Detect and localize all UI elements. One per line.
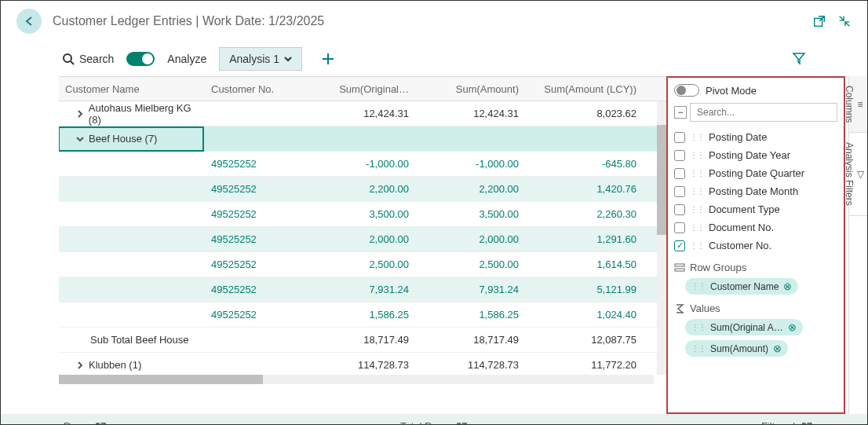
drag-handle-icon[interactable]: ⋮⋮ [690,133,704,141]
cell-lcy: 1,420.76 [527,183,652,195]
drag-handle-icon[interactable]: ⋮⋮ [690,223,704,232]
grid-header: Customer Name Customer No. Sum(Original…… [59,76,666,101]
chevron-right-icon[interactable] [76,110,84,118]
col-header-name[interactable]: Customer Name [59,83,205,95]
tab-label: Analysis 1 [229,53,279,65]
cell-orig: 2,500.00 [307,258,417,270]
analysis-tab[interactable]: Analysis 1 [219,47,302,71]
drag-handle-icon[interactable]: ⋮⋮ [690,169,704,178]
cell-lcy: 2,260.30 [527,208,652,220]
field-search-input[interactable] [690,103,837,122]
group-row[interactable]: Autohaus Mielberg KG (8)12,424.3112,424.… [59,101,666,126]
row-group-pill[interactable]: ⋮⋮Customer Name⊗ [685,278,798,295]
field-item[interactable]: ⋮⋮Posting Date Year [674,146,837,164]
drag-handle-icon[interactable]: ⋮⋮ [691,344,706,353]
cell-lcy: 11,772.20 [527,359,652,371]
field-item[interactable]: ⋮⋮Document Type [674,200,837,218]
field-checkbox[interactable] [674,240,685,251]
cell-lcy: 12,087.75 [527,334,652,346]
cell-lcy: 1,291.60 [527,233,652,245]
add-tab-button[interactable] [321,52,335,66]
chevron-down-icon[interactable] [76,135,84,143]
svg-rect-3 [675,269,684,271]
cell-no: 49525252 [205,309,307,321]
drag-handle-icon[interactable]: ⋮⋮ [690,205,704,214]
collapse-icon[interactable] [837,14,852,28]
field-item[interactable]: ⋮⋮Document No. [674,218,837,236]
remove-icon[interactable]: ⊗ [773,343,782,354]
vertical-scrollbar[interactable] [657,101,666,375]
field-item[interactable]: ⋮⋮Posting Date Month [674,182,837,200]
detail-row[interactable]: 495252523,500.003,500.002,260.30 [59,202,666,227]
field-item[interactable]: ⋮⋮Posting Date [674,128,837,146]
drag-handle-icon[interactable]: ⋮⋮ [690,241,704,250]
funnel-icon [792,51,806,65]
field-checkbox[interactable] [674,222,685,233]
field-checkbox[interactable] [674,204,685,215]
field-checkbox[interactable] [674,132,685,143]
value-pill[interactable]: ⋮⋮Sum(Original A…⊗ [685,319,803,335]
cell-no: 49525252 [205,208,307,220]
cell-no: 49525252 [205,284,307,295]
columns-panel: Pivot Mode − ⋮⋮Posting Date⋮⋮Posting Dat… [666,76,845,414]
detail-row[interactable]: 495252522,000.002,000.001,291.60 [59,227,666,252]
field-checkbox[interactable] [674,168,685,179]
cell-amt: 18,717.49 [417,334,527,346]
col-header-lcy[interactable]: Sum(Amount (LCY)) [527,83,652,95]
field-list: ⋮⋮Posting Date⋮⋮Posting Date Year⋮⋮Posti… [674,128,837,254]
remove-icon[interactable]: ⊗ [783,280,792,292]
drag-handle-icon[interactable]: ⋮⋮ [690,187,704,196]
cell-lcy: 8,023.62 [527,108,652,119]
tab-columns[interactable]: ≡ Columns [849,76,867,133]
value-pill[interactable]: ⋮⋮Sum(Amount)⊗ [685,340,788,357]
detail-row[interactable]: 49525252-1,000.00-1,000.00-645.80 [59,152,666,177]
horizontal-scrollbar[interactable] [59,375,654,384]
detail-row[interactable]: 495252527,931.247,931.245,121.99 [59,277,666,302]
tab-analysis-filters[interactable]: ▽ Analysis Filters [849,133,867,216]
pivot-mode-toggle[interactable] [674,84,699,97]
pill-label: Sum(Original A… [710,322,783,333]
cell-orig: 114,728.73 [307,359,417,371]
chevron-right-icon[interactable] [76,361,84,369]
subtotal-row[interactable]: Sub Total Beef House18,717.4918,717.4912… [59,328,666,353]
scroll-thumb[interactable] [657,125,666,235]
col-header-amt[interactable]: Sum(Amount) [417,83,527,95]
detail-row[interactable]: 495252522,200.002,200.001,420.76 [59,177,666,202]
cell-orig: 7,931.24 [307,284,417,295]
pivot-mode-label: Pivot Mode [706,85,757,97]
col-header-orig[interactable]: Sum(Original… [307,83,417,95]
drag-handle-icon[interactable]: ⋮⋮ [691,282,706,291]
filter-button[interactable] [792,51,806,68]
field-label: Customer No. [709,240,771,251]
field-checkbox[interactable] [674,186,685,197]
pill-label: Sum(Amount) [710,343,768,354]
drag-handle-icon[interactable]: ⋮⋮ [691,323,706,332]
field-item[interactable]: ⋮⋮Customer No. [674,236,837,254]
group-row[interactable]: Klubben (1)114,728.73114,728.7311,772.20 [59,353,666,375]
remove-icon[interactable]: ⊗ [788,321,797,333]
detail-row[interactable]: 495252521,586.251,586.251,024.40 [59,302,666,328]
popout-icon[interactable] [812,14,826,28]
field-label: Posting Date [709,131,767,143]
group-row[interactable]: Beef House (7) [59,126,666,152]
drag-handle-icon[interactable]: ⋮⋮ [690,151,704,159]
back-button[interactable] [16,9,42,34]
field-item[interactable]: ⋮⋮Posting Date Quarter [674,164,837,182]
field-checkbox[interactable] [674,150,685,161]
scroll-thumb[interactable] [59,375,263,384]
cell-orig: 12,424.31 [307,108,417,119]
row-groups-header: Row Groups [674,262,837,273]
grid-body: Autohaus Mielberg KG (8)12,424.3112,424.… [59,101,666,375]
col-header-no[interactable]: Customer No. [205,83,307,95]
cell-no: 49525252 [205,258,307,270]
cell-orig: -1,000.00 [307,158,417,170]
cell-amt: 2,000.00 [417,233,527,245]
chevron-down-icon [284,55,292,63]
analyze-toggle[interactable] [126,52,155,66]
detail-row[interactable]: 495252522,500.002,500.001,614.50 [59,252,666,277]
search-button[interactable]: Search [62,53,114,65]
filtered-label: Filtered: [761,420,798,426]
side-tabs: ≡ Columns ▽ Analysis Filters [848,76,867,414]
cell-amt: 2,200.00 [417,183,527,195]
tree-collapse-button[interactable]: − [674,106,687,119]
